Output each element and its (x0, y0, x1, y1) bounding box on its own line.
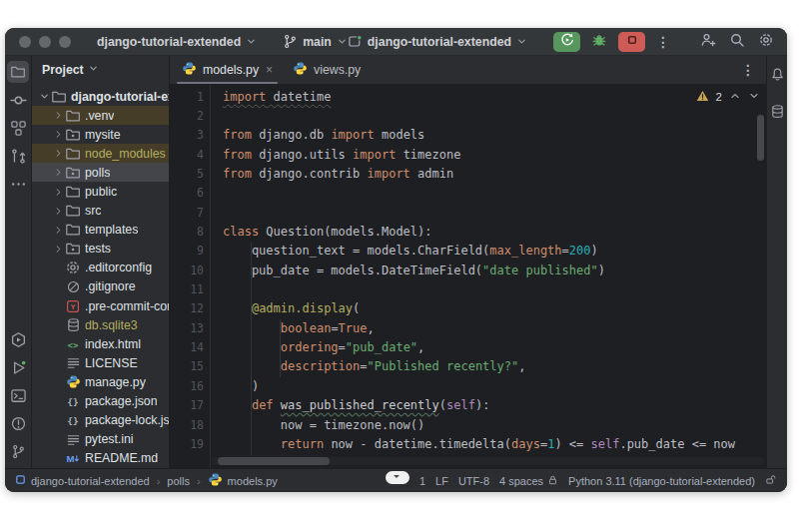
tree-chevron-right-icon[interactable] (52, 148, 65, 159)
breadcrumb-models-py[interactable]: models.py (208, 472, 278, 489)
code-line-6[interactable]: 6 (170, 184, 766, 203)
line-number[interactable]: 1 (170, 90, 213, 104)
line-number[interactable]: 18 (170, 418, 213, 432)
tree-item-manage-py[interactable]: manage.py (32, 372, 169, 391)
code-line-17[interactable]: 17 def was_published_recently(self): (170, 396, 766, 415)
debug-button[interactable] (589, 32, 609, 52)
search-everywhere-button[interactable] (727, 32, 747, 52)
prev-warning-chevron-up-icon[interactable] (729, 90, 741, 104)
code-line-18[interactable]: 18 now = timezone.now() (170, 415, 766, 434)
tree-item-node-modules[interactable]: node_modules (32, 144, 169, 163)
toolwindow-services-icon[interactable] (7, 328, 29, 350)
line-number[interactable]: 15 (170, 359, 213, 373)
minimize-button[interactable] (39, 36, 51, 48)
tree-item--pre-commit-config-yaml[interactable]: Y.pre-commit-config.yaml (32, 296, 169, 315)
project-panel-header[interactable]: Project (32, 56, 169, 84)
line-number[interactable]: 9 (170, 244, 213, 258)
tree-item-templates[interactable]: templates (32, 221, 169, 240)
line-number[interactable]: 8 (170, 225, 213, 239)
encoding-widget[interactable]: UTF-8 (458, 475, 489, 487)
line-number[interactable]: 16 (170, 379, 213, 393)
tree-chevron-right-icon[interactable] (52, 206, 65, 217)
toolwindow-database-icon[interactable] (766, 100, 787, 122)
tree-chevron-right-icon[interactable] (52, 129, 65, 140)
code-line-2[interactable]: 2 (170, 106, 766, 125)
tree-chevron-down-icon[interactable] (38, 91, 51, 102)
line-number[interactable]: 10 (170, 264, 213, 277)
toolwindow-project-icon[interactable] (7, 61, 29, 83)
code-line-9[interactable]: 9 question_text = models.CharField(max_l… (170, 242, 766, 261)
code-line-8[interactable]: 8class Question(models.Model): (170, 222, 766, 241)
code-editor[interactable]: 1import datetime23from django.db import … (170, 85, 766, 468)
toolwindow-pull-requests-icon[interactable] (7, 145, 29, 167)
toolwindow-notifications-icon[interactable] (766, 63, 787, 85)
line-number[interactable]: 17 (170, 398, 213, 412)
code-line-16[interactable]: 16 ) (170, 376, 766, 395)
toolwindow-commit-icon[interactable] (7, 89, 29, 111)
line-number[interactable]: 7 (170, 206, 213, 220)
tree-item-mysite[interactable]: mysite (32, 125, 169, 144)
stop-button[interactable] (618, 32, 645, 52)
code-line-3[interactable]: 3from django.db import models (170, 126, 766, 145)
tab-views-py[interactable]: views.py (283, 56, 371, 84)
line-number[interactable]: 4 (170, 148, 213, 162)
tree-item-polls[interactable]: polls (32, 163, 169, 182)
tree-item--editorconfig[interactable]: .editorconfig (32, 259, 169, 277)
line-number[interactable]: 14 (170, 340, 213, 354)
line-col-widget[interactable]: 1 (419, 475, 425, 487)
project-widget[interactable]: django-tutorial-extended (97, 35, 257, 49)
settings-button[interactable] (756, 32, 776, 52)
line-number[interactable]: 19 (170, 437, 213, 451)
toolwindow-version-control-icon[interactable] (7, 440, 29, 462)
tree-chevron-right-icon[interactable] (52, 110, 65, 121)
code-line-7[interactable]: 7 (170, 203, 766, 222)
code-line-5[interactable]: 5from django.contrib import admin (170, 164, 766, 183)
tree-item-pytest-ini[interactable]: pytest.ini (32, 430, 169, 449)
tree-item-package-json[interactable]: {}package.json (32, 392, 169, 411)
code-line-1[interactable]: 1import datetime (170, 87, 766, 106)
close-tab-icon[interactable]: × (266, 63, 273, 77)
line-number[interactable]: 2 (170, 109, 213, 123)
tree-chevron-right-icon[interactable] (52, 167, 65, 178)
code-line-19[interactable]: 19 return now - datetime.timedelta(days=… (170, 434, 766, 453)
code-line-15[interactable]: 15 description="Published recently?", (170, 357, 766, 376)
tree-item-license[interactable]: LICENSE (32, 353, 169, 372)
readonly-toggle[interactable] (765, 473, 777, 488)
next-warning-chevron-down-icon[interactable] (748, 90, 760, 104)
inspections-widget[interactable]: 2 (696, 90, 760, 104)
tree-item-readme-md[interactable]: MREADME.md (32, 449, 169, 468)
breadcrumb-polls[interactable]: polls (167, 475, 190, 487)
horizontal-scrollbar-track[interactable] (212, 457, 764, 465)
zoom-button[interactable] (59, 36, 71, 48)
breadcrumb-django-tutorial-extended[interactable]: django-tutorial-extended (15, 474, 150, 487)
tree-item-db-sqlite3[interactable]: db.sqlite3 (32, 315, 169, 334)
tree-chevron-right-icon[interactable] (52, 187, 65, 198)
line-number[interactable]: 6 (170, 186, 213, 200)
tree-item-public[interactable]: public (32, 182, 169, 201)
code-line-13[interactable]: 13 boolean=True, (170, 318, 766, 337)
tree-chevron-right-icon[interactable] (52, 225, 65, 236)
line-number[interactable]: 3 (170, 128, 213, 142)
line-number[interactable]: 5 (170, 167, 213, 181)
tree-item-django-tutorial-extended[interactable]: django-tutorial-extended (32, 87, 169, 106)
tree-chevron-right-icon[interactable] (52, 244, 65, 255)
horizontal-scrollbar-thumb[interactable] (218, 457, 330, 465)
tree-item-index-html[interactable]: <>index.html (32, 334, 169, 353)
more-actions-button[interactable]: ⋮ (654, 34, 672, 50)
line-number[interactable]: 11 (170, 282, 213, 296)
line-number[interactable]: 13 (170, 321, 213, 335)
tab-options-button[interactable]: ⋮ (730, 56, 766, 84)
tree-item--gitignore[interactable]: .gitignore (32, 277, 169, 296)
toolwindow-run-icon[interactable] (7, 356, 29, 378)
tree-item-src[interactable]: src (32, 202, 169, 221)
tab-models-py[interactable]: models.py× (172, 56, 283, 84)
run-config-widget[interactable]: django-tutorial-extended (348, 34, 527, 49)
branch-widget[interactable]: main (283, 34, 348, 49)
code-with-me-button[interactable] (698, 32, 718, 52)
toolwindow-problems-icon[interactable] (7, 412, 29, 434)
line-number[interactable]: 12 (170, 301, 213, 315)
toolwindow-terminal-icon[interactable] (7, 384, 29, 406)
vertical-scrollbar[interactable] (757, 115, 764, 161)
code-line-4[interactable]: 4from django.utils import timezone (170, 145, 766, 164)
tree-item--venv[interactable]: .venv (32, 106, 169, 125)
